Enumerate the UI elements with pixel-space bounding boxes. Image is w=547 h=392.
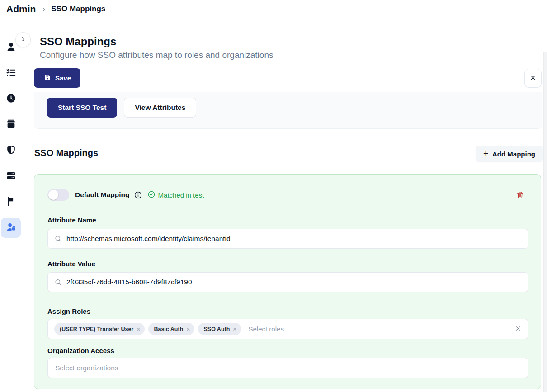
page-title: SSO Mappings (40, 35, 273, 48)
trash-icon (516, 191, 524, 201)
chevron-right-icon (41, 6, 47, 13)
view-attributes-button[interactable]: View Attributes (124, 98, 196, 118)
save-button[interactable]: Save (34, 68, 80, 88)
page-subtitle: Configure how SSO attributes map to role… (40, 50, 273, 60)
assign-roles-label: Assign Roles (47, 307, 90, 315)
remove-role-icon[interactable]: × (186, 326, 190, 332)
default-mapping-label: Default Mapping (75, 191, 130, 199)
sidebar-nav (1, 38, 21, 238)
matched-badge-label: Matched in test (158, 191, 204, 199)
organization-access-input[interactable] (48, 358, 528, 378)
search-icon (54, 235, 62, 243)
assign-roles-field[interactable]: (USER TYPE) Transfer User × Basic Auth ×… (47, 319, 528, 339)
default-mapping-toggle[interactable] (47, 189, 69, 201)
checklist-icon (6, 67, 16, 80)
clear-roles-button[interactable] (514, 325, 522, 333)
sidebar-item-server[interactable] (1, 166, 21, 186)
delete-mapping-button[interactable] (516, 191, 524, 201)
remove-role-icon[interactable]: × (233, 326, 236, 332)
sidebar-item-shield[interactable] (1, 141, 21, 161)
save-button-label: Save (55, 74, 71, 82)
close-icon (529, 74, 537, 83)
attribute-name-label: Attribute Name (47, 216, 96, 224)
page-header: SSO Mappings Configure how SSO attribute… (40, 35, 273, 60)
remove-role-icon[interactable]: × (137, 326, 140, 332)
breadcrumb-current: SSO Mappings (51, 5, 105, 14)
add-mapping-button[interactable]: + Add Mapping (476, 146, 543, 162)
attribute-value-input[interactable] (48, 273, 528, 292)
user-lock-icon (6, 222, 16, 234)
breadcrumb-admin-link[interactable]: Admin (6, 4, 36, 14)
role-chip-label: SSO Auth (203, 326, 230, 332)
toggle-knob (48, 190, 58, 200)
section-title: SSO Mappings (34, 148, 98, 158)
sidebar-item-user-lock[interactable] (1, 218, 21, 238)
clock-icon (6, 93, 16, 105)
sidebar-item-clock[interactable] (1, 89, 21, 109)
matched-in-test-badge: Matched in test (147, 190, 204, 200)
mapping-card: Default Mapping Matched in test Attribut… (34, 174, 541, 389)
plus-icon: + (483, 149, 488, 158)
close-button[interactable] (524, 69, 542, 88)
attribute-value-label: Attribute Value (47, 260, 95, 268)
attribute-name-input[interactable] (48, 229, 528, 248)
role-chip: SSO Auth × (198, 323, 241, 335)
breadcrumb: Admin SSO Mappings (6, 4, 105, 14)
attribute-name-input-wrap (47, 229, 528, 249)
user-icon (6, 42, 16, 54)
organization-access-input-wrap (47, 358, 528, 378)
add-mapping-label: Add Mapping (492, 150, 535, 158)
save-icon (43, 74, 51, 83)
organization-access-label: Organization Access (47, 347, 114, 354)
sidebar-item-archive[interactable] (1, 115, 21, 135)
info-icon[interactable] (134, 191, 142, 199)
shield-icon (6, 145, 16, 157)
attribute-value-input-wrap (47, 272, 528, 292)
role-chip-label: Basic Auth (154, 326, 183, 332)
clear-icon (514, 325, 522, 333)
archive-icon (6, 119, 16, 131)
default-mapping-row: Default Mapping Matched in test (47, 189, 204, 201)
start-sso-test-button[interactable]: Start SSO Test (47, 98, 117, 118)
sidebar-item-flag[interactable] (1, 192, 21, 212)
check-circle-icon (147, 190, 156, 200)
assign-roles-placeholder: Select roles (249, 325, 284, 333)
chevron-right-icon (20, 36, 27, 44)
role-chip: (USER TYPE) Transfer User × (54, 323, 145, 335)
sso-test-panel: Start SSO Test View Attributes (34, 92, 542, 129)
role-chip-label: (USER TYPE) Transfer User (60, 326, 133, 332)
flag-icon (6, 196, 16, 208)
sidebar-expand-button[interactable] (15, 32, 31, 47)
scrollbar[interactable] (543, 52, 547, 392)
sso-mappings-page: Admin SSO Mappings (0, 0, 547, 392)
role-chip: Basic Auth × (148, 323, 194, 335)
server-icon (6, 170, 16, 183)
search-icon (54, 279, 62, 286)
sidebar-item-checklist[interactable] (1, 63, 21, 83)
